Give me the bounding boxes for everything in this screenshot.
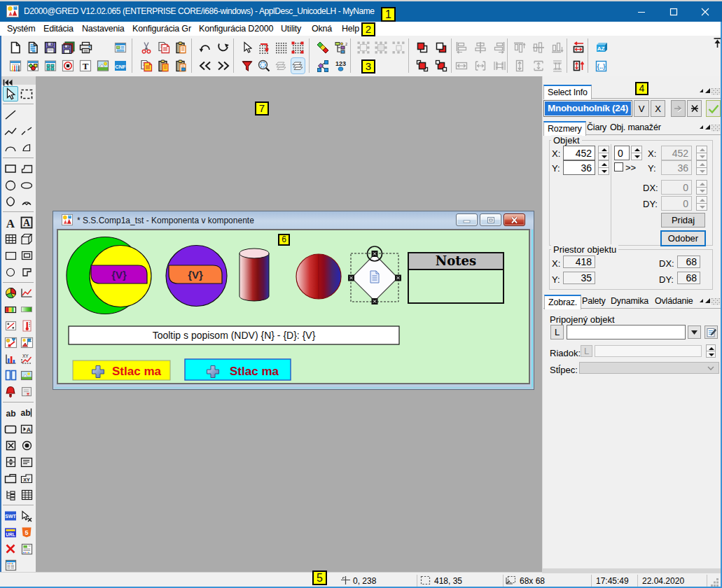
precision-target-icon[interactable] bbox=[61, 59, 75, 73]
cube-3d-tool-button[interactable] bbox=[19, 232, 34, 247]
save-icon[interactable] bbox=[43, 41, 57, 55]
connected-object-input[interactable] bbox=[567, 325, 686, 340]
arc-polygon-tool-tool-button[interactable] bbox=[19, 194, 34, 209]
paste-link-icon[interactable] bbox=[174, 59, 188, 73]
braces-icon[interactable]: {..} bbox=[594, 59, 608, 73]
tab-palety[interactable]: Palety bbox=[578, 295, 609, 309]
html5-control-tool-button[interactable]: 5 bbox=[19, 525, 34, 540]
objekt-x-spinner[interactable] bbox=[598, 146, 609, 160]
text-entry-tool-button[interactable]: ab bbox=[19, 405, 34, 421]
select-v-button[interactable]: V bbox=[634, 100, 649, 117]
connected-dropdown-button[interactable] bbox=[688, 326, 701, 339]
pie-chart-tool-button[interactable] bbox=[3, 286, 18, 301]
corner-shape-tool-button[interactable] bbox=[19, 265, 34, 280]
layers-active-icon[interactable] bbox=[291, 59, 305, 73]
plain-rect-tool-button[interactable] bbox=[3, 248, 18, 263]
picture-flag-tool-button[interactable] bbox=[19, 335, 34, 350]
menu-utility[interactable]: Utility bbox=[281, 22, 301, 36]
tab-select-info[interactable]: Select Info bbox=[543, 85, 592, 99]
scheme-settings-icon[interactable] bbox=[8, 59, 22, 73]
menu-syst-m[interactable]: Systém bbox=[7, 22, 35, 36]
orange-tag-shape[interactable]: {V} bbox=[169, 265, 222, 284]
table-grid-tool-button[interactable] bbox=[3, 232, 18, 247]
bar-graph-tool-button[interactable] bbox=[3, 351, 18, 367]
open-file-icon[interactable] bbox=[26, 41, 40, 55]
riadok-spinner[interactable] bbox=[706, 344, 716, 358]
send-back-icon[interactable] bbox=[434, 41, 448, 55]
fit-height-icon[interactable] bbox=[571, 59, 585, 73]
workspace-canvas[interactable]: * S.S.Comp1a_tst - Komponenta v komponen… bbox=[36, 76, 542, 572]
document-window-titlebar[interactable]: * S.S.Comp1a_tst - Komponenta v komponen… bbox=[53, 211, 534, 229]
sphere-shape[interactable] bbox=[296, 254, 341, 299]
menu-edit-cia[interactable]: Editácia bbox=[43, 22, 74, 36]
line-chart-tool-button[interactable] bbox=[19, 286, 34, 301]
redo-icon[interactable] bbox=[216, 41, 230, 55]
menu-okn-[interactable]: Okná bbox=[312, 22, 332, 36]
twin-panels-tool-button[interactable] bbox=[3, 368, 18, 383]
polygon-tool-tool-button[interactable] bbox=[3, 194, 18, 209]
diamond-links-icon[interactable] bbox=[316, 41, 330, 55]
tree-view-tool-button[interactable] bbox=[3, 487, 18, 503]
tab-rozmery[interactable]: Rozmery bbox=[543, 121, 586, 136]
scheme-canvas[interactable]: {V} {V} bbox=[57, 229, 530, 384]
odober-button[interactable]: Odober bbox=[660, 230, 706, 246]
paste-special-icon[interactable] bbox=[157, 59, 171, 73]
menu-nastavenia[interactable]: Nastavenia bbox=[82, 22, 125, 36]
tab-control-tool-button[interactable] bbox=[3, 471, 18, 486]
percent-display-tool-button[interactable] bbox=[3, 318, 18, 334]
bitmap-image-icon[interactable] bbox=[96, 59, 110, 73]
zoom-lens-icon[interactable] bbox=[257, 59, 271, 73]
broken-line-tool-tool-button[interactable] bbox=[19, 124, 34, 139]
undo-icon[interactable] bbox=[198, 41, 212, 55]
move-step-icon[interactable] bbox=[257, 41, 271, 55]
doc-minimize-button[interactable] bbox=[456, 214, 478, 226]
cut-icon[interactable] bbox=[139, 41, 153, 55]
tooltip-text-box[interactable]: Tooltip s popisom (NDV) {N} - {D}: {V} bbox=[69, 326, 399, 344]
objekt-index-spinner[interactable] bbox=[631, 146, 642, 160]
circle-tool-tool-button[interactable] bbox=[3, 178, 18, 193]
objekt-index-input[interactable] bbox=[614, 146, 630, 160]
text-area-tool-button[interactable] bbox=[19, 454, 34, 470]
clipped-rect-tool-tool-button[interactable] bbox=[19, 161, 34, 176]
print-icon[interactable] bbox=[78, 41, 92, 55]
spin-control-tool-button[interactable] bbox=[3, 454, 18, 470]
panel-grip-properties[interactable] bbox=[700, 124, 721, 132]
frame-rect-tool-button[interactable] bbox=[19, 248, 34, 263]
color-bar-tool-button[interactable] bbox=[3, 302, 18, 317]
connect-nodes-icon[interactable] bbox=[316, 59, 330, 73]
objekt-y-input[interactable] bbox=[563, 160, 595, 175]
report-page-tool-button[interactable] bbox=[3, 558, 18, 573]
fit-width-icon[interactable] bbox=[571, 41, 585, 55]
picture-arrow-tool-button[interactable] bbox=[3, 335, 18, 350]
copy-special-icon[interactable] bbox=[139, 59, 153, 73]
paste-icon[interactable] bbox=[174, 41, 188, 55]
pointer-select-tool-button[interactable] bbox=[3, 86, 18, 102]
checkbox-tool-tool-button[interactable] bbox=[3, 438, 18, 454]
cyan-button-shape[interactable]: Stlac ma bbox=[185, 359, 291, 380]
object-palette-icon[interactable] bbox=[26, 59, 40, 73]
close-button[interactable] bbox=[689, 1, 721, 22]
url-control-tool-button[interactable]: URL bbox=[3, 525, 18, 540]
structure-chart-icon[interactable]: 2 bbox=[333, 41, 347, 55]
xy-graph-tool-button[interactable]: XY bbox=[19, 351, 34, 367]
cnf-icon[interactable]: CNF bbox=[113, 59, 127, 73]
ellipse-tool-tool-button[interactable] bbox=[19, 178, 34, 193]
text-tool-icon[interactable]: T bbox=[78, 59, 92, 73]
bring-front-icon[interactable] bbox=[415, 41, 429, 55]
rename-az-icon[interactable]: AZ bbox=[594, 41, 608, 55]
tab-dynamika[interactable]: Dynamika bbox=[607, 295, 652, 309]
line-tool-tool-button[interactable] bbox=[3, 107, 18, 122]
alarm-bell-tool-button[interactable] bbox=[3, 384, 18, 400]
tab-ovladanie[interactable]: Ovládanie bbox=[651, 295, 697, 309]
edit-object-button[interactable] bbox=[704, 326, 718, 339]
text-ab-tool-button[interactable]: ab bbox=[3, 405, 18, 421]
selected-diamond-shape[interactable] bbox=[348, 246, 401, 304]
minimize-button[interactable] bbox=[625, 1, 657, 22]
menu-konfigur-cia-d2000[interactable]: Konfigurácia D2000 bbox=[199, 22, 273, 36]
copy-icon[interactable] bbox=[157, 41, 171, 55]
palette-collapse-button[interactable] bbox=[1, 76, 36, 85]
embedded-small-tool-button[interactable] bbox=[19, 384, 34, 400]
doc-close-button[interactable] bbox=[504, 214, 525, 226]
notes-table-shape[interactable]: Notes bbox=[408, 253, 504, 303]
bring-forward-icon[interactable] bbox=[415, 59, 429, 73]
